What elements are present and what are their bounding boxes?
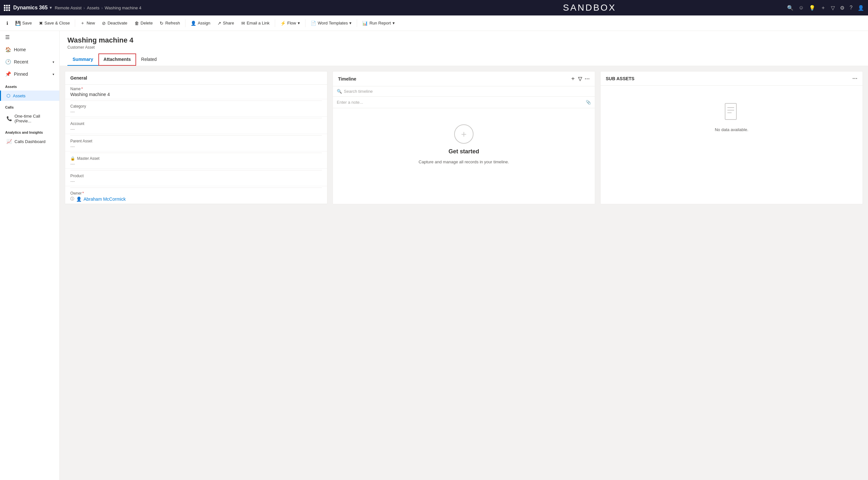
field-name: Name Washing machine 4 (65, 85, 327, 99)
email-link-button[interactable]: ✉ Email a Link (238, 19, 273, 28)
sidebar-hamburger-icon[interactable]: ☰ (0, 31, 59, 43)
breadcrumb-assets[interactable]: Assets (87, 5, 99, 10)
tab-attachments[interactable]: Attachments (98, 54, 136, 66)
contact-icon[interactable]: ☺ (799, 5, 804, 11)
dashboard-icon: 📈 (6, 139, 12, 144)
waffle-menu-icon[interactable] (4, 5, 10, 11)
tab-related[interactable]: Related (136, 54, 162, 66)
new-icon: ＋ (80, 20, 85, 26)
field-parent-asset-value[interactable]: --- (70, 144, 322, 149)
sidebar-item-pinned[interactable]: 📌 Pinned ▾ (0, 68, 59, 80)
save-button[interactable]: 💾 Save (12, 19, 35, 28)
user-icon[interactable]: 👤 (858, 5, 864, 11)
timeline-search-icon: 🔍 (337, 89, 342, 94)
share-icon: ↗ (217, 21, 221, 26)
assets-icon: ⬡ (6, 93, 10, 98)
subassets-panel-header: SUB ASSETS ⋯ (600, 71, 863, 86)
field-owner: Owner ⓘ 👤 Abraham McCormick (65, 189, 327, 204)
sep-1 (70, 101, 322, 101)
field-product-value[interactable]: --- (70, 179, 322, 184)
owner-user-icon: 👤 (76, 197, 82, 202)
share-button[interactable]: ↗ Share (214, 19, 238, 28)
general-panel-body: Name Washing machine 4 Category --- Acco… (65, 85, 327, 204)
breadcrumb-app[interactable]: Remote Assist (55, 5, 82, 10)
add-icon[interactable]: ＋ (820, 4, 826, 11)
field-parent-asset: Parent Asset --- (65, 137, 327, 151)
timeline-add-circle[interactable]: ＋ (454, 124, 473, 144)
info-icon: ℹ (6, 21, 8, 26)
new-button[interactable]: ＋ New (77, 19, 98, 28)
subassets-empty-text: No data available. (715, 127, 748, 132)
attachment-icon[interactable]: 📎 (586, 100, 591, 105)
record-subtitle: Customer Asset (67, 45, 860, 49)
field-name-value[interactable]: Washing machine 4 (70, 92, 322, 97)
field-category-label: Category (70, 104, 322, 109)
field-product: Product --- (65, 172, 327, 186)
timeline-add-icon[interactable]: ＋ (570, 75, 576, 82)
subassets-more-icon[interactable]: ⋯ (852, 75, 857, 81)
timeline-search[interactable]: 🔍 Search timeline (333, 86, 595, 97)
sandbox-title: SANDBOX (396, 3, 784, 13)
subassets-empty-icon (723, 102, 740, 124)
svg-rect-0 (725, 103, 736, 119)
search-icon[interactable]: 🔍 (787, 5, 794, 11)
filter-icon[interactable]: ▽ (831, 5, 835, 11)
refresh-button[interactable]: ↻ Refresh (156, 19, 183, 28)
sidebar-item-home[interactable]: 🏠 Home (0, 43, 59, 56)
flow-chevron-icon: ▾ (298, 21, 300, 26)
timeline-filter-icon[interactable]: ▽ (578, 76, 582, 82)
separator-4 (305, 19, 306, 27)
email-icon: ✉ (241, 21, 245, 26)
flow-button[interactable]: ⚡ Flow ▾ (277, 19, 303, 28)
field-category-value[interactable]: --- (70, 109, 322, 114)
save-icon: 💾 (15, 21, 21, 26)
pinned-chevron-icon: ▾ (53, 72, 54, 76)
field-name-label: Name (70, 87, 322, 91)
separator-1 (75, 19, 75, 27)
timeline-note-input[interactable]: Enter a note... 📎 (333, 97, 595, 108)
save-close-button[interactable]: ✖ Save & Close (36, 19, 73, 28)
field-account-label: Account (70, 122, 322, 126)
home-icon: 🏠 (5, 47, 11, 53)
field-master-asset: 🔒 Master Asset --- (65, 154, 327, 169)
toolbar: ℹ 💾 Save ✖ Save & Close ＋ New ⊘ Deactiva… (0, 15, 868, 31)
field-owner-value[interactable]: Abraham McCormick (84, 197, 126, 202)
info-button[interactable]: ℹ (3, 19, 11, 28)
general-panel: General Name Washing machine 4 Category … (65, 71, 328, 204)
run-report-icon: 📊 (362, 21, 368, 26)
sidebar-item-recent[interactable]: 🕐 Recent ▾ (0, 56, 59, 68)
sep-2 (70, 118, 322, 118)
sep-4 (70, 153, 322, 153)
field-category: Category --- (65, 102, 327, 116)
field-master-asset-label: 🔒 Master Asset (70, 156, 322, 161)
breadcrumb: Remote Assist › Assets › Washing machine… (55, 5, 141, 10)
sidebar-item-one-time-call[interactable]: 📞 One-time Call (Previe... (0, 111, 59, 126)
record-tabs: Summary Attachments Related (67, 54, 860, 66)
flow-icon: ⚡ (280, 21, 286, 26)
lightbulb-icon[interactable]: 💡 (809, 5, 815, 11)
timeline-more-icon[interactable]: ⋯ (585, 76, 590, 82)
settings-icon[interactable]: ⚙ (840, 5, 844, 11)
brand-name[interactable]: Dynamics 365 ▾ (13, 5, 52, 11)
assign-button[interactable]: 👤 Assign (187, 19, 214, 28)
field-master-asset-value[interactable]: --- (70, 161, 322, 167)
tab-summary[interactable]: Summary (67, 54, 98, 66)
subassets-panel: SUB ASSETS ⋯ No data available (600, 71, 863, 204)
brand-chevron-icon: ▾ (50, 5, 52, 10)
recent-chevron-icon: ▾ (53, 60, 54, 64)
separator-3 (275, 19, 275, 27)
sidebar-item-calls-dashboard[interactable]: 📈 Calls Dashboard (0, 136, 59, 146)
field-account-value[interactable]: --- (70, 127, 322, 132)
timeline-panel-header: Timeline ＋ ▽ ⋯ (333, 71, 595, 86)
separator-5 (357, 19, 357, 27)
timeline-empty-title: Get started (448, 148, 479, 155)
help-icon[interactable]: ? (849, 5, 852, 11)
word-templates-button[interactable]: 📄 Word Templates ▾ (307, 19, 355, 28)
three-col-layout: General Name Washing machine 4 Category … (60, 66, 868, 209)
sidebar-item-assets[interactable]: ⬡ Assets (0, 91, 59, 101)
delete-button[interactable]: 🗑 Delete (131, 19, 156, 28)
sep-6 (70, 187, 322, 188)
subassets-header-actions: ⋯ (852, 75, 857, 81)
run-report-button[interactable]: 📊 Run Report ▾ (359, 19, 398, 28)
deactivate-button[interactable]: ⊘ Deactivate (99, 19, 130, 28)
